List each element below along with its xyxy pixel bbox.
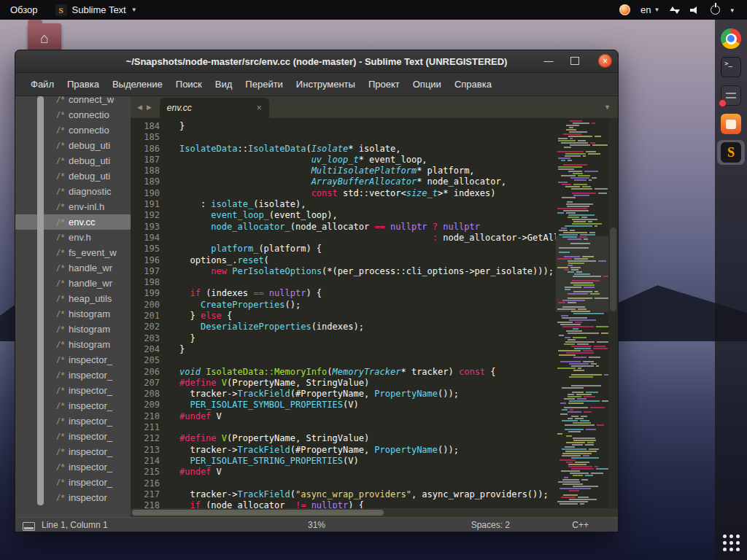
sidebar-file-debug_uti[interactable]: /*debug_uti (15, 153, 131, 168)
code-line-202[interactable]: 202 DeserializeProperties(indexes); (131, 322, 556, 332)
code-line-207[interactable]: 207#define V(PropertyName, StringValue) (131, 378, 556, 389)
menu-item-Файл[interactable]: Файл (24, 73, 61, 96)
tab-scroll-right-icon[interactable]: ▶ (144, 104, 154, 111)
menu-item-Поиск[interactable]: Поиск (169, 73, 209, 96)
sidebar-file-inspector_[interactable]: /*inspector_ (15, 352, 131, 368)
sidebar-file-inspector_[interactable]: /*inspector_ (15, 429, 131, 444)
sidebar-file-connect_w[interactable]: /*connect_w (15, 96, 131, 107)
menu-item-Перейти[interactable]: Перейти (239, 73, 290, 96)
sidebar-file-inspector_[interactable]: /*inspector_ (15, 383, 131, 398)
horizontal-scrollbar-thumb[interactable] (132, 510, 384, 516)
code-line-194[interactable]: 194 : node_allocator->GetAllocator()), (131, 233, 556, 244)
code-line-198[interactable]: 198 (131, 277, 556, 288)
sidebar-file-connectio[interactable]: /*connectio (15, 107, 131, 122)
syntax-setting[interactable]: C++ (572, 520, 589, 530)
sidebar-file-histogram[interactable]: /*histogram (15, 337, 131, 352)
code-line-210[interactable]: 210#undef V (131, 411, 556, 422)
chevron-down-icon[interactable]: ▾ (730, 7, 734, 14)
window-titlebar[interactable]: ~/Snapshots/node-master/src/env.cc (node… (15, 50, 618, 73)
sidebar-file-histogram[interactable]: /*histogram (15, 322, 131, 337)
code-line-211[interactable]: 211 (131, 422, 556, 433)
code-line-216[interactable]: 216 (131, 478, 556, 489)
code-line-192[interactable]: 192 event_loop_(event_loop), (131, 210, 556, 221)
tab-close-icon[interactable]: × (257, 103, 262, 113)
sidebar-file-debug_uti[interactable]: /*debug_uti (15, 138, 131, 153)
vertical-scrollbar-thumb[interactable] (610, 228, 616, 311)
code-line-208[interactable]: 208 tracker->TrackField(#PropertyName, P… (131, 389, 556, 400)
dock-sublime-text[interactable]: S (717, 140, 745, 165)
sidebar-file-env.cc[interactable]: /*env.cc (15, 214, 131, 230)
menu-item-Инструменты[interactable]: Инструменты (290, 73, 362, 96)
horizontal-scrollbar[interactable] (131, 508, 618, 517)
dock-chrome[interactable] (717, 26, 745, 51)
sidebar-file-env-inl.h[interactable]: /*env-inl.h (15, 199, 131, 214)
focused-app-menu[interactable]: S Sublime Text ▼ (48, 0, 144, 20)
activities-button[interactable]: Обзор (0, 0, 48, 20)
code-line-185[interactable]: 185 (131, 132, 556, 143)
sidebar-file-fs_event_w[interactable]: /*fs_event_w (15, 245, 131, 260)
code-line-217[interactable]: 217 tracker->TrackField("async_wrap_prov… (131, 489, 556, 500)
close-button[interactable]: × (598, 54, 612, 68)
code-line-206[interactable]: 206void IsolateData::MemoryInfo(MemoryTr… (131, 367, 556, 378)
sidebar-file-handle_wr[interactable]: /*handle_wr (15, 276, 131, 291)
menu-item-Проект[interactable]: Проект (362, 73, 406, 96)
code-line-212[interactable]: 212#define V(PropertyName, StringValue) (131, 433, 556, 444)
volume-icon[interactable] (690, 6, 700, 15)
code-line-213[interactable]: 213 tracker->TrackField(#PropertyName, P… (131, 445, 556, 456)
code-line-209[interactable]: 209 PER_ISOLATE_SYMBOL_PROPERTIES(V) (131, 400, 556, 411)
code-area[interactable]: 184}185186IsolateData::IsolateData(Isola… (131, 118, 618, 508)
minimize-button[interactable]: — (539, 50, 558, 71)
code-line-193[interactable]: 193 node_allocator_(node_allocator == nu… (131, 222, 556, 233)
sidebar-file-connectio[interactable]: /*connectio (15, 122, 131, 138)
code-line-201[interactable]: 201 } else { (131, 311, 556, 322)
code-line-214[interactable]: 214 PER_ISOLATE_STRING_PROPERTIES(V) (131, 456, 556, 467)
vertical-scrollbar[interactable] (608, 118, 618, 508)
dock-ubuntu-software[interactable] (717, 112, 745, 136)
code-line-190[interactable]: 190 const std::vector<size_t>* indexes) (131, 188, 556, 199)
sidebar-file-diagnostic[interactable]: /*diagnostic (15, 184, 131, 199)
tab-env-cc[interactable]: env.cc × (160, 98, 269, 118)
maximize-button[interactable] (565, 50, 584, 71)
code-line-199[interactable]: 199 if (indexes == nullptr) { (131, 288, 556, 299)
sidebar-file-handle_wr[interactable]: /*handle_wr (15, 260, 131, 276)
code-line-187[interactable]: 187 uv_loop_t* event_loop, (131, 155, 556, 166)
menu-item-Опции[interactable]: Опции (406, 73, 448, 96)
dock-terminal[interactable]: >_ (717, 55, 745, 79)
code-line-196[interactable]: 196 options_.reset( (131, 255, 556, 266)
sidebar-file-inspector_[interactable]: /*inspector_ (15, 475, 131, 490)
sidebar-file-inspector_[interactable]: /*inspector_ (15, 368, 131, 383)
tray-app-icon[interactable] (619, 4, 630, 15)
menu-item-Выделение[interactable]: Выделение (106, 73, 169, 96)
code-line-215[interactable]: 215#undef V (131, 467, 556, 478)
dock-text-editor[interactable] (717, 83, 745, 108)
sidebar-file-env.h[interactable]: /*env.h (15, 230, 131, 245)
sidebar-scrollbar[interactable] (37, 96, 44, 505)
menu-item-Вид[interactable]: Вид (209, 73, 239, 96)
code-line-189[interactable]: 189 ArrayBufferAllocator* node_allocator… (131, 176, 556, 187)
home-folder-icon[interactable]: ⌂ (28, 23, 61, 52)
sidebar-file-inspector_[interactable]: /*inspector_ (15, 459, 131, 475)
code-line-200[interactable]: 200 CreateProperties(); (131, 300, 556, 311)
code-line-195[interactable]: 195 platform_(platform) { (131, 244, 556, 254)
minimap[interactable] (556, 118, 608, 508)
sidebar-file-inspector_[interactable]: /*inspector_ (15, 413, 131, 429)
code-line-186[interactable]: 186IsolateData::IsolateData(Isolate* iso… (131, 144, 556, 155)
show-apps-button[interactable] (717, 530, 745, 555)
sidebar-file-heap_utils[interactable]: /*heap_utils (15, 291, 131, 306)
code-line-184[interactable]: 184} (131, 121, 556, 132)
code-line-191[interactable]: 191 : isolate_(isolate), (131, 199, 556, 210)
code-line-218[interactable]: 218 if (node_allocator_ != nullptr) { (131, 500, 556, 508)
indentation-setting[interactable]: Spaces: 2 (471, 520, 510, 530)
panel-toggle-icon[interactable] (23, 522, 35, 531)
sidebar-file-debug_uti[interactable]: /*debug_uti (15, 168, 131, 184)
tab-overflow-icon[interactable]: ▼ (604, 96, 611, 118)
sidebar-file-inspector_[interactable]: /*inspector_ (15, 398, 131, 413)
code-line-204[interactable]: 204} (131, 344, 556, 355)
code-line-205[interactable]: 205 (131, 355, 556, 366)
code-line-197[interactable]: 197 new PerIsolateOptions(*(per_process:… (131, 266, 556, 277)
sidebar-file-histogram[interactable]: /*histogram (15, 306, 131, 322)
menu-item-Справка[interactable]: Справка (448, 73, 498, 96)
code-line-203[interactable]: 203 } (131, 333, 556, 344)
code-line-188[interactable]: 188 MultiIsolatePlatform* platform, (131, 166, 556, 176)
sidebar-file-inspector_[interactable]: /*inspector_ (15, 444, 131, 459)
